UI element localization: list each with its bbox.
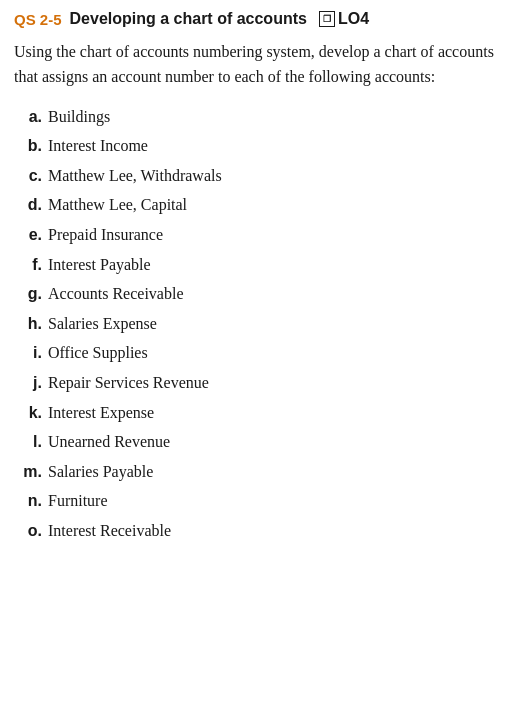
item-letter: o. — [14, 518, 42, 544]
list-item: e.Prepaid Insurance — [14, 222, 507, 248]
list-item: k.Interest Expense — [14, 400, 507, 426]
item-letter: h. — [14, 311, 42, 337]
lo-badge: ❐ LO4 — [319, 10, 369, 28]
item-name: Salaries Payable — [48, 459, 153, 485]
list-item: c.Matthew Lee, Withdrawals — [14, 163, 507, 189]
list-item: b.Interest Income — [14, 133, 507, 159]
item-letter: m. — [14, 459, 42, 485]
item-letter: i. — [14, 340, 42, 366]
item-name: Interest Income — [48, 133, 148, 159]
item-name: Repair Services Revenue — [48, 370, 209, 396]
item-name: Matthew Lee, Capital — [48, 192, 187, 218]
list-item: n.Furniture — [14, 488, 507, 514]
item-name: Salaries Expense — [48, 311, 157, 337]
item-letter: f. — [14, 252, 42, 278]
item-name: Office Supplies — [48, 340, 148, 366]
list-item: i.Office Supplies — [14, 340, 507, 366]
header-title: Developing a chart of accounts — [70, 10, 307, 28]
list-item: h.Salaries Expense — [14, 311, 507, 337]
lo-icon: ❐ — [319, 11, 335, 27]
list-item: l.Unearned Revenue — [14, 429, 507, 455]
item-name: Interest Receivable — [48, 518, 171, 544]
item-name: Unearned Revenue — [48, 429, 170, 455]
list-item: j.Repair Services Revenue — [14, 370, 507, 396]
item-letter: n. — [14, 488, 42, 514]
item-letter: d. — [14, 192, 42, 218]
item-letter: a. — [14, 104, 42, 130]
page-header: QS 2-5 Developing a chart of accounts ❐ … — [14, 10, 507, 28]
list-item: f.Interest Payable — [14, 252, 507, 278]
item-letter: l. — [14, 429, 42, 455]
item-letter: j. — [14, 370, 42, 396]
list-item: g.Accounts Receivable — [14, 281, 507, 307]
item-name: Prepaid Insurance — [48, 222, 163, 248]
item-name: Accounts Receivable — [48, 281, 184, 307]
item-name: Interest Expense — [48, 400, 154, 426]
item-letter: c. — [14, 163, 42, 189]
item-name: Furniture — [48, 488, 108, 514]
qs-label: QS 2-5 — [14, 11, 62, 28]
item-name: Buildings — [48, 104, 110, 130]
item-letter: b. — [14, 133, 42, 159]
list-item: d.Matthew Lee, Capital — [14, 192, 507, 218]
list-item: a.Buildings — [14, 104, 507, 130]
lo-text: LO4 — [338, 10, 369, 28]
item-letter: e. — [14, 222, 42, 248]
item-name: Interest Payable — [48, 252, 151, 278]
item-letter: g. — [14, 281, 42, 307]
item-name: Matthew Lee, Withdrawals — [48, 163, 222, 189]
list-item: o.Interest Receivable — [14, 518, 507, 544]
list-item: m.Salaries Payable — [14, 459, 507, 485]
instruction-text: Using the chart of accounts numbering sy… — [14, 40, 507, 90]
item-letter: k. — [14, 400, 42, 426]
account-list: a.Buildingsb.Interest Incomec.Matthew Le… — [14, 104, 507, 544]
